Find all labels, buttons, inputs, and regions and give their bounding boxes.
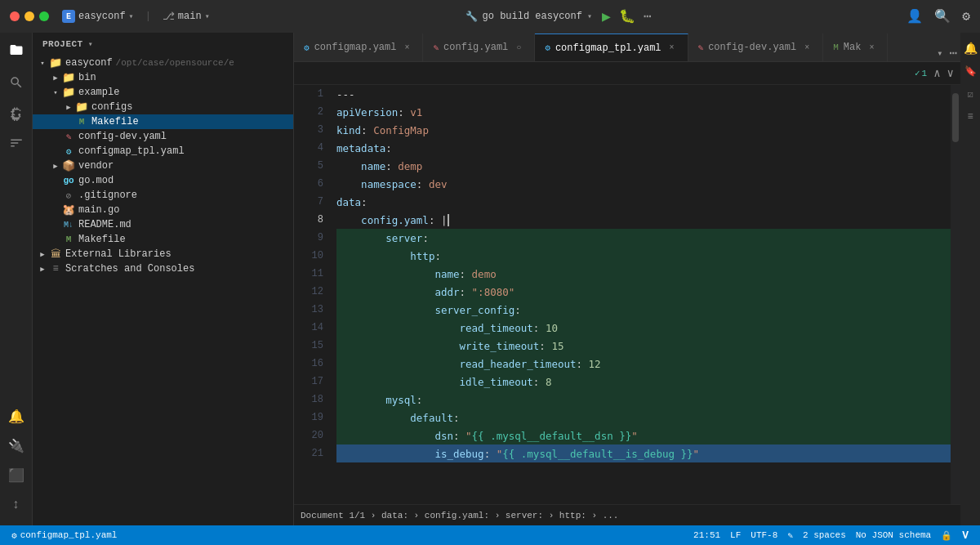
- status-v-icon[interactable]: V: [957, 525, 973, 545]
- app-dropdown-icon[interactable]: ▾: [129, 11, 134, 21]
- status-line-ending[interactable]: LF: [725, 525, 746, 545]
- line-2: 2: [294, 103, 330, 121]
- activity-terminal[interactable]: ⬛: [2, 462, 30, 489]
- tree-label-configs: configs: [91, 101, 132, 113]
- close-button[interactable]: [10, 11, 20, 21]
- branch-dropdown-icon[interactable]: ▾: [205, 11, 210, 21]
- code-line-17: idle_timeout: 8: [336, 373, 951, 391]
- sidebar-item-gitignore[interactable]: ▶ ⊘ .gitignore: [33, 188, 293, 203]
- code-editor[interactable]: --- apiVersion: v1 kind: ConfigMap metad…: [330, 85, 951, 504]
- tree-label-config-dev: config-dev.yaml: [78, 131, 167, 142]
- status-left: ⚙ configmap_tpl.yaml: [7, 525, 122, 545]
- search-icon[interactable]: 🔍: [934, 8, 951, 25]
- tab-config-dev[interactable]: ✎ config-dev.yaml ×: [688, 34, 824, 61]
- status-encoding[interactable]: UTF-8: [746, 525, 782, 545]
- activity-vcs[interactable]: [2, 100, 30, 127]
- file-icon-makefile: M: [75, 115, 88, 128]
- minimize-button[interactable]: [24, 11, 34, 21]
- status-git-icon[interactable]: ✎: [782, 525, 798, 545]
- code-line-13: server_config:: [336, 301, 951, 319]
- run-config-label: go build easyconf: [483, 11, 582, 22]
- git-icon: ✎: [787, 530, 793, 541]
- tree-label-makefile-root: Makefile: [78, 234, 126, 245]
- right-icon-todo[interactable]: ☑: [961, 85, 979, 103]
- lib-icon: 🏛: [49, 248, 62, 261]
- file-icon: ⚙: [11, 530, 17, 541]
- status-indent[interactable]: 2 spaces: [798, 525, 851, 545]
- sidebar-item-configmap-tpl[interactable]: ▶ ⚙ configmap_tpl.yaml: [33, 144, 293, 159]
- status-lock[interactable]: 🔒: [936, 525, 957, 545]
- tab-configmap-tpl[interactable]: ⚙ configmap_tpl.yaml ×: [535, 34, 688, 61]
- status-bar: ⚙ configmap_tpl.yaml 21:51 LF UTF-8 ✎ 2 …: [0, 525, 980, 545]
- status-time-value: 21:51: [693, 530, 720, 540]
- tab-configmap-yaml[interactable]: ⚙ configmap.yaml ×: [294, 34, 423, 61]
- scrollbar[interactable]: [951, 85, 960, 504]
- activity-search[interactable]: [2, 69, 30, 96]
- sidebar-item-vendor[interactable]: ▶ 📦 vendor: [33, 159, 293, 173]
- code-line-12: addr: ":8080": [336, 283, 951, 301]
- right-sidebar: 🔔 🔖 ☑ ≡: [960, 33, 980, 525]
- sidebar-item-external-libs[interactable]: ▶ 🏛 External Libraries: [33, 247, 293, 261]
- activity-notifications[interactable]: 🔔: [2, 403, 30, 431]
- tab-close-configmap-tpl[interactable]: ×: [666, 43, 678, 52]
- activity-files[interactable]: [2, 36, 30, 64]
- sidebar-item-bin[interactable]: ▶ 📁 bin: [33, 70, 293, 85]
- tab-config-yaml[interactable]: ✎ config.yaml ○: [423, 34, 535, 61]
- sidebar-item-readme[interactable]: ▶ M↓ README.md: [33, 217, 293, 232]
- tab-close-config[interactable]: ○: [513, 43, 524, 52]
- run-button[interactable]: ▶: [602, 7, 611, 25]
- status-schema[interactable]: No JSON schema: [851, 525, 936, 545]
- code-line-19: default:: [336, 409, 951, 427]
- line-5: 5: [294, 157, 330, 175]
- settings-icon[interactable]: ⚙: [962, 8, 970, 25]
- right-icon-structure[interactable]: ≡: [961, 108, 979, 126]
- tab-close-configmap[interactable]: ×: [401, 43, 412, 52]
- right-icon-bookmarks[interactable]: 🔖: [961, 62, 979, 80]
- sidebar-item-makefile-example[interactable]: ▶ M Makefile: [33, 114, 293, 129]
- app-name[interactable]: E easyconf ▾: [62, 10, 134, 23]
- line-14: 14: [294, 319, 330, 337]
- sidebar-item-makefile-root[interactable]: ▶ M Makefile: [33, 232, 293, 247]
- status-time[interactable]: 21:51: [688, 525, 725, 545]
- run-config[interactable]: 🔧 go build easyconf ▾ ▶ 🐛 ⋯: [466, 7, 652, 25]
- check-badge[interactable]: ✓ 1: [915, 68, 927, 78]
- sidebar-item-maingo[interactable]: ▶ 🐹 main.go: [33, 203, 293, 217]
- sidebar-item-gomod[interactable]: ▶ go go.mod: [33, 173, 293, 188]
- code-line-6: namespace: dev: [336, 175, 951, 193]
- sidebar-item-scratches[interactable]: ▶ ≡ Scratches and Consoles: [33, 261, 293, 276]
- activity-structure[interactable]: [2, 129, 30, 157]
- maximize-button[interactable]: [39, 11, 49, 21]
- tab-overflow-more[interactable]: ⋯: [949, 45, 957, 61]
- line-9: 9: [294, 229, 330, 247]
- more-button[interactable]: ⋯: [644, 8, 652, 25]
- debug-button[interactable]: 🐛: [619, 8, 635, 25]
- right-icon-notifications[interactable]: 🔔: [961, 39, 979, 57]
- tree-label-makefile-example: Makefile: [91, 116, 139, 127]
- sidebar-item-example[interactable]: ▾ 📁 example: [33, 85, 293, 100]
- sidebar-item-root[interactable]: ▾ 📁 easyconf /opt/case/opensource/e: [33, 56, 293, 70]
- user-icon[interactable]: 👤: [906, 8, 923, 25]
- tab-icon-makefile: M: [833, 42, 839, 52]
- file-icon-maingo: 🐹: [62, 203, 75, 217]
- line-21: 21: [294, 444, 330, 462]
- branch-selector[interactable]: ⎇ main ▾: [163, 10, 210, 23]
- run-config-dropdown-icon[interactable]: ▾: [587, 11, 592, 21]
- tab-overflow-arrow[interactable]: ▾: [937, 47, 942, 60]
- tab-close-config-dev[interactable]: ×: [801, 43, 813, 52]
- tree-label-gitignore: .gitignore: [78, 190, 137, 201]
- sidebar-dropdown-icon[interactable]: ▾: [88, 39, 94, 49]
- sidebar-item-config-dev[interactable]: ▶ ✎ config-dev.yaml: [33, 129, 293, 144]
- tree-label-gomod: go.mod: [78, 175, 114, 186]
- line-10: 10: [294, 247, 330, 265]
- status-file[interactable]: ⚙ configmap_tpl.yaml: [7, 525, 122, 545]
- titlebar-left: E easyconf ▾ | ⎇ main ▾: [10, 10, 210, 23]
- activity-plugins[interactable]: 🔌: [2, 432, 30, 460]
- tab-makefile[interactable]: M Mak ×: [823, 34, 888, 61]
- folder-icon: 📁: [62, 71, 75, 84]
- sidebar-item-configs[interactable]: ▶ 📁 configs: [33, 100, 293, 114]
- scroll-thumb[interactable]: [952, 93, 959, 142]
- expand-icon[interactable]: ∧: [933, 66, 940, 80]
- activity-git[interactable]: ↕: [2, 491, 30, 519]
- tab-close-makefile[interactable]: ×: [866, 43, 877, 52]
- collapse-icon[interactable]: ∨: [947, 66, 954, 80]
